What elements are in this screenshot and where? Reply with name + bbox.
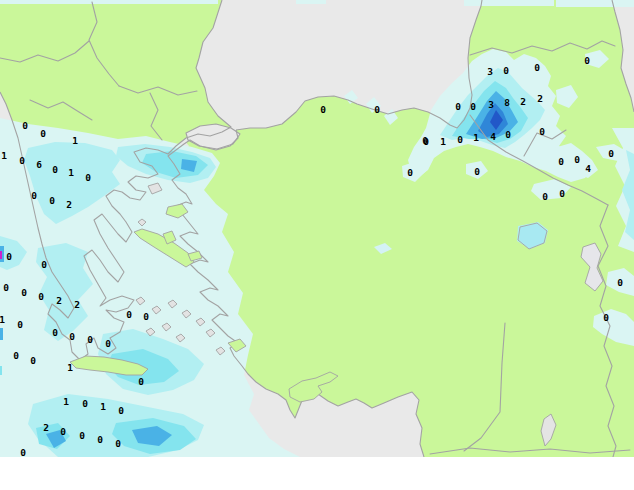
map-value: 0 (52, 164, 58, 175)
map-value: 1 (67, 362, 73, 373)
map-value: 0 (19, 155, 25, 166)
map-value: 0 (31, 190, 37, 201)
map-value: 1 (440, 136, 446, 147)
map-value: 2 (74, 299, 80, 310)
map-value: 0 (97, 434, 103, 445)
map-value: 0 (320, 104, 326, 115)
map-value: 0 (407, 167, 413, 178)
map-value: 8 (504, 97, 510, 108)
map-value: 0 (3, 282, 9, 293)
map-value: 0 (422, 135, 428, 146)
map-value: 0 (542, 191, 548, 202)
map-value: 0 (505, 129, 511, 140)
map-value: 0 (22, 120, 28, 131)
map-value: 0 (85, 172, 91, 183)
map-value: 0 (82, 398, 88, 409)
map-value: 0 (534, 62, 540, 73)
map-value: 0 (457, 134, 463, 145)
map-value: 0 (6, 251, 12, 262)
map-value: 0 (87, 334, 93, 345)
map-value: 2 (537, 93, 543, 104)
map-value: 0 (52, 327, 58, 338)
map-value: 0 (17, 319, 23, 330)
map-value: 3 (487, 66, 493, 77)
map-value: 2 (520, 96, 526, 107)
map-value: 0 (559, 188, 565, 199)
map-value: 1 (63, 396, 69, 407)
precipitation-map: 0011060100020000022100000001000101020000… (0, 0, 634, 457)
map-value: 1 (473, 132, 479, 143)
map-value: 1 (1, 150, 7, 161)
map-value: 0 (20, 447, 26, 458)
map-value: 4 (585, 163, 591, 174)
map-value: 0 (455, 101, 461, 112)
map-value: 0 (60, 426, 66, 437)
weather-map-page: 0011060100020000022100000001000101020000… (0, 0, 634, 490)
map-value: 1 (0, 314, 5, 325)
map-value: 0 (13, 350, 19, 361)
map-value: 0 (474, 166, 480, 177)
map-value: 0 (40, 128, 46, 139)
map-value: 0 (608, 148, 614, 159)
map-value: 0 (79, 430, 85, 441)
map-value: 2 (43, 422, 49, 433)
map-value: 4 (490, 131, 496, 142)
map-value: 0 (143, 311, 149, 322)
map-value: 0 (118, 405, 124, 416)
map-value: 3 (488, 99, 494, 110)
map-value: 0 (21, 287, 27, 298)
map-value: 0 (69, 331, 75, 342)
map-value: 0 (503, 65, 509, 76)
map-value: 0 (126, 309, 132, 320)
map-value: 1 (72, 135, 78, 146)
map-value: 0 (105, 338, 111, 349)
map-value: 0 (558, 156, 564, 167)
map-value: 0 (584, 55, 590, 66)
map-value: 0 (617, 277, 623, 288)
map-value: 0 (30, 355, 36, 366)
map-value: 1 (68, 167, 74, 178)
map-value: 6 (36, 159, 42, 170)
map-value: 0 (603, 312, 609, 323)
legend: Precipitation[mm]ECMWF 0.10.512510152025… (0, 457, 634, 490)
map-value: 2 (56, 295, 62, 306)
map-value: 0 (41, 259, 47, 270)
map-value: 0 (574, 154, 580, 165)
map-value: 2 (66, 199, 72, 210)
map-value: 0 (38, 291, 44, 302)
map-value: 0 (138, 376, 144, 387)
map-value: 1 (100, 401, 106, 412)
map-value: 0 (470, 101, 476, 112)
map-value: 0 (539, 126, 545, 137)
map-value: 0 (374, 104, 380, 115)
map-value: 0 (49, 195, 55, 206)
map-value: 0 (115, 438, 121, 449)
